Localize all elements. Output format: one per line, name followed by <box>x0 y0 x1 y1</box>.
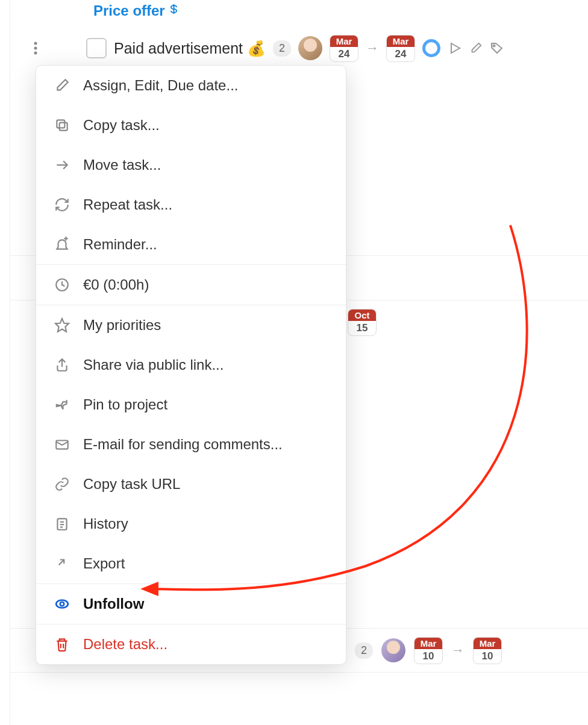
menu-pin-project[interactable]: Pin to project <box>36 385 346 425</box>
copy-icon <box>53 116 71 134</box>
svg-point-5 <box>493 45 495 47</box>
pin-icon <box>53 396 71 414</box>
clock-icon <box>53 276 71 294</box>
menu-assign-edit[interactable]: Assign, Edit, Due date... <box>36 66 346 105</box>
menu-email-comments[interactable]: E-mail for sending comments... <box>36 425 346 464</box>
svg-marker-14 <box>55 319 69 332</box>
date-arrow-icon: → <box>366 40 379 56</box>
parent-task-link[interactable]: Price offer <box>93 2 180 19</box>
pencil-icon <box>53 76 71 95</box>
start-date-month: Mar <box>330 36 358 47</box>
arrow-right-icon <box>53 156 71 174</box>
end-date-chip[interactable]: Mar 24 <box>386 35 415 62</box>
menu-unfollow[interactable]: Unfollow <box>36 584 346 624</box>
svg-marker-4 <box>451 43 460 53</box>
play-icon[interactable] <box>448 41 462 55</box>
mail-icon <box>53 435 71 453</box>
menu-my-priorities[interactable]: My priorities <box>36 305 346 345</box>
menu-copy-task[interactable]: Copy task... <box>36 105 346 145</box>
dollar-icon <box>169 4 180 17</box>
svg-rect-9 <box>57 120 64 128</box>
svg-point-2 <box>34 47 37 50</box>
comment-count-badge[interactable]: 2 <box>273 40 291 57</box>
svg-rect-8 <box>60 123 67 131</box>
bottom-assignee-avatar[interactable] <box>381 638 405 662</box>
menu-export[interactable]: Export <box>36 544 346 583</box>
svg-point-3 <box>34 52 37 55</box>
star-icon <box>53 316 71 334</box>
task-checkbox[interactable] <box>86 38 107 58</box>
oct-month: Oct <box>348 310 376 321</box>
oct-day: 15 <box>354 321 371 335</box>
bottom-start-chip[interactable]: Mar 10 <box>414 637 443 664</box>
trash-icon <box>53 635 71 653</box>
menu-history[interactable]: History <box>36 504 346 544</box>
parent-task-label: Price offer <box>93 2 165 19</box>
menu-delete-task[interactable]: Delete task... <box>36 624 346 664</box>
more-options-button[interactable] <box>28 41 43 55</box>
svg-point-21 <box>60 602 64 606</box>
menu-copy-url[interactable]: Copy task URL <box>36 464 346 504</box>
task-context-menu: Assign, Edit, Due date... Copy task... M… <box>36 65 346 665</box>
end-date-month: Mar <box>387 36 414 47</box>
tag-icon[interactable] <box>490 41 504 55</box>
repeat-icon <box>53 196 71 214</box>
bottom-arrow-icon: → <box>451 643 464 658</box>
link-icon <box>53 475 71 493</box>
menu-time-cost[interactable]: €0 (0:00h) <box>36 265 346 305</box>
task-title[interactable]: Paid advertisement 💰 <box>114 40 266 57</box>
end-date-day: 24 <box>393 47 409 61</box>
oct-date-chip[interactable]: Oct 15 <box>348 309 377 336</box>
edit-icon[interactable] <box>469 42 483 55</box>
export-icon <box>53 555 71 573</box>
task-row: Paid advertisement 💰 2 Mar 24 → Mar 24 <box>10 30 588 66</box>
status-indicator[interactable] <box>422 39 440 57</box>
bottom-count-badge[interactable]: 2 <box>355 643 373 659</box>
start-date-chip[interactable]: Mar 24 <box>330 35 358 62</box>
bottom-end-chip[interactable]: Mar 10 <box>473 637 502 664</box>
assignee-avatar[interactable] <box>298 36 322 60</box>
svg-point-1 <box>34 42 37 45</box>
menu-reminder[interactable]: Reminder... <box>36 225 346 264</box>
history-icon <box>53 515 71 533</box>
share-icon <box>53 356 71 374</box>
bell-icon <box>53 235 71 254</box>
moneybag-icon: 💰 <box>247 40 266 57</box>
menu-repeat-task[interactable]: Repeat task... <box>36 185 346 225</box>
eye-icon <box>53 595 71 613</box>
menu-share-link[interactable]: Share via public link... <box>36 345 346 385</box>
start-date-day: 24 <box>336 47 352 61</box>
menu-move-task[interactable]: Move task... <box>36 145 346 185</box>
